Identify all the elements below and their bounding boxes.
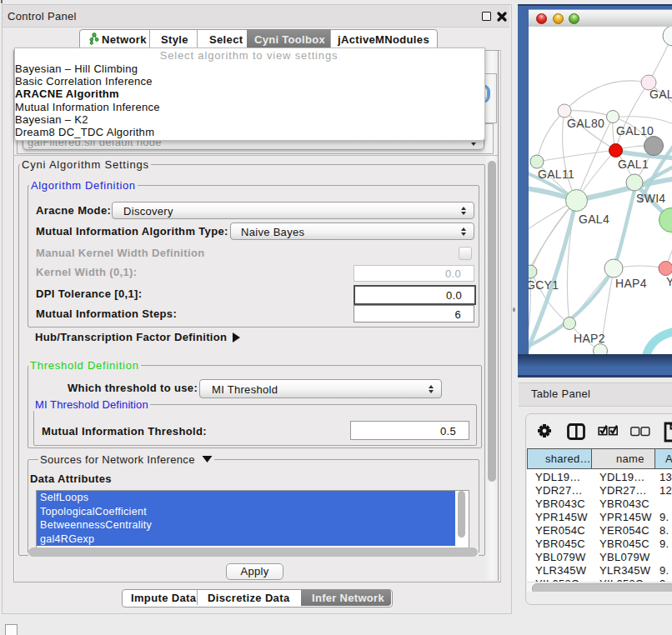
svg-text:GCY1: GCY1 [529, 278, 559, 292]
svg-text:GAL4: GAL4 [579, 212, 609, 226]
svg-text:GAL11: GAL11 [538, 168, 574, 181]
svg-text:GAL10: GAL10 [616, 124, 654, 138]
svg-text:GAL80: GAL80 [567, 117, 604, 130]
svg-text:HAP4: HAP4 [615, 277, 647, 290]
svg-text:HAP2: HAP2 [574, 332, 605, 345]
svg-text:GAL1: GAL1 [618, 158, 649, 171]
svg-text:YJL0: YJL0 [666, 275, 672, 288]
svg-text:SWI4: SWI4 [636, 192, 665, 205]
svg-text:GAL2: GAL2 [649, 88, 672, 101]
